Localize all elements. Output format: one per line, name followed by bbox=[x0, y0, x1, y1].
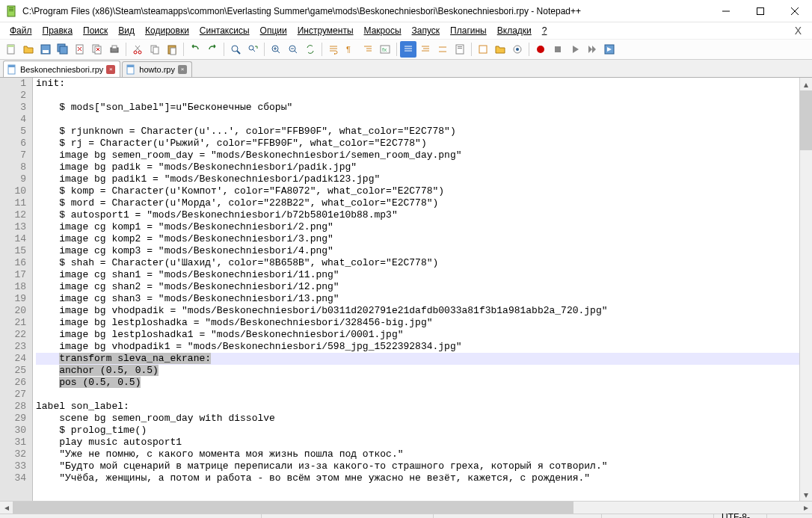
app-icon bbox=[6, 5, 18, 17]
toolbar-separator bbox=[183, 43, 184, 56]
scrollbar-thumb[interactable] bbox=[13, 502, 573, 514]
svg-point-64 bbox=[537, 46, 544, 53]
menu-window[interactable]: Вкладки bbox=[492, 24, 537, 37]
menu-settings[interactable]: Опции bbox=[255, 24, 292, 37]
title-bar: C:\Program Files (x86)\Steam\steamapps\c… bbox=[0, 0, 812, 22]
saveall-icon[interactable] bbox=[55, 41, 71, 58]
folder-browser-icon[interactable] bbox=[492, 41, 508, 58]
print-icon[interactable] bbox=[106, 41, 123, 58]
menu-plugins[interactable]: Плагины bbox=[445, 24, 492, 37]
code-area[interactable]: init: $ mods["son_label"]=u"Бесконечные … bbox=[33, 78, 799, 501]
find-icon[interactable] bbox=[227, 41, 244, 58]
svg-rect-30 bbox=[170, 48, 176, 55]
window-title: C:\Program Files (x86)\Steam\steamapps\c… bbox=[22, 6, 709, 16]
svg-rect-11 bbox=[43, 50, 49, 53]
unfold-icon[interactable] bbox=[417, 41, 434, 58]
closeall-icon[interactable] bbox=[89, 41, 105, 58]
maximize-button[interactable] bbox=[743, 0, 778, 22]
paste-icon[interactable] bbox=[164, 41, 180, 58]
toolbar: ¶ fx bbox=[0, 39, 812, 60]
menu-edit[interactable]: Правка bbox=[37, 24, 79, 37]
svg-rect-3 bbox=[9, 10, 13, 11]
zoomin-icon[interactable] bbox=[268, 41, 284, 58]
menu-view[interactable]: Вид bbox=[113, 24, 140, 37]
toolbar-separator bbox=[471, 43, 472, 56]
play-icon[interactable] bbox=[567, 41, 583, 58]
toolbar-separator bbox=[224, 43, 224, 56]
menu-help[interactable]: ? bbox=[537, 24, 553, 37]
func-list-icon[interactable] bbox=[475, 41, 491, 58]
zoomout-icon[interactable] bbox=[285, 41, 301, 58]
hidechars-icon[interactable] bbox=[434, 41, 451, 58]
wrap-icon[interactable] bbox=[325, 41, 342, 58]
doc-map-icon[interactable] bbox=[452, 41, 468, 58]
fold-icon[interactable] bbox=[400, 41, 416, 58]
status-position: Ln : 24 Col : 5 Sel : 69 | 3 bbox=[434, 514, 602, 518]
status-encoding: UTF-8-BOM bbox=[714, 514, 767, 518]
svg-line-32 bbox=[237, 51, 240, 54]
scroll-up-icon[interactable]: ▴ bbox=[800, 78, 812, 90]
redo-icon[interactable] bbox=[204, 41, 221, 58]
close-file-icon[interactable] bbox=[72, 41, 88, 58]
sync-icon[interactable] bbox=[302, 41, 319, 58]
svg-rect-68 bbox=[8, 65, 15, 67]
svg-rect-9 bbox=[7, 45, 14, 47]
menu-encoding[interactable]: Кодировки bbox=[140, 24, 194, 37]
indent-guide-icon[interactable] bbox=[360, 41, 376, 58]
new-icon[interactable] bbox=[3, 41, 19, 58]
menu-bar: Файл Правка Поиск Вид Кодировки Синтакси… bbox=[0, 22, 812, 39]
line-number-gutter: 1234567891011121314151617181920212223242… bbox=[0, 78, 33, 501]
tab-close-icon[interactable]: × bbox=[178, 65, 187, 74]
save-icon[interactable] bbox=[37, 41, 54, 58]
vertical-scrollbar[interactable]: ▴ ▾ bbox=[799, 78, 812, 501]
menu-close-x[interactable]: X bbox=[789, 25, 808, 37]
status-filetype: Normal text file bbox=[0, 514, 262, 518]
stop-icon[interactable] bbox=[550, 41, 566, 58]
tab-beskonechniesbori[interactable]: Beskonechniesbori.rpy × bbox=[3, 61, 120, 77]
open-icon[interactable] bbox=[20, 41, 37, 58]
menu-tools[interactable]: Инструменты bbox=[292, 24, 359, 37]
minimize-button[interactable] bbox=[709, 0, 743, 22]
horizontal-scrollbar[interactable]: ◂ ▸ bbox=[0, 501, 812, 514]
menu-macro[interactable]: Макросы bbox=[359, 24, 407, 37]
status-mode: INS bbox=[767, 514, 812, 518]
scroll-right-icon[interactable]: ▸ bbox=[799, 502, 812, 514]
svg-rect-1 bbox=[9, 7, 13, 8]
undo-icon[interactable] bbox=[187, 41, 203, 58]
svg-point-63 bbox=[516, 48, 519, 51]
svg-rect-18 bbox=[95, 46, 101, 54]
svg-text:¶: ¶ bbox=[346, 45, 351, 54]
toolbar-separator bbox=[126, 43, 126, 56]
savemacro-icon[interactable] bbox=[601, 41, 618, 58]
svg-rect-22 bbox=[112, 46, 117, 49]
menu-file[interactable]: Файл bbox=[4, 24, 37, 37]
scrollbar-thumb[interactable] bbox=[800, 90, 812, 150]
menu-run[interactable]: Запуск bbox=[407, 24, 446, 37]
scroll-down-icon[interactable]: ▾ bbox=[800, 488, 812, 501]
status-length: length : 21 655 lines : 236 bbox=[262, 514, 434, 518]
close-button[interactable] bbox=[778, 0, 812, 22]
status-bar: Normal text file length : 21 655 lines :… bbox=[0, 514, 812, 518]
cut-icon[interactable] bbox=[129, 41, 146, 58]
monitor-icon[interactable] bbox=[509, 41, 526, 58]
toolbar-separator bbox=[396, 43, 397, 56]
replace-icon[interactable] bbox=[244, 41, 261, 58]
svg-point-24 bbox=[138, 51, 141, 54]
copy-icon[interactable] bbox=[147, 41, 163, 58]
tab-label: Beskonechniesbori.rpy bbox=[20, 65, 103, 74]
allchars-icon[interactable]: ¶ bbox=[342, 41, 359, 58]
svg-rect-13 bbox=[60, 46, 67, 54]
lang-icon[interactable]: fx bbox=[377, 41, 393, 58]
tab-howto[interactable]: howto.rpy × bbox=[122, 61, 192, 77]
svg-text:fx: fx bbox=[382, 46, 387, 53]
tab-close-icon[interactable]: × bbox=[106, 65, 115, 74]
record-icon[interactable] bbox=[532, 41, 549, 58]
scroll-left-icon[interactable]: ◂ bbox=[0, 502, 13, 514]
file-icon bbox=[126, 64, 136, 75]
menu-syntax[interactable]: Синтаксисы bbox=[194, 24, 255, 37]
svg-line-34 bbox=[253, 49, 255, 52]
menu-search[interactable]: Поиск bbox=[78, 24, 113, 37]
playfast-icon[interactable] bbox=[584, 41, 600, 58]
svg-line-38 bbox=[277, 51, 280, 53]
status-eol: Windows (CR LF) bbox=[602, 514, 714, 518]
